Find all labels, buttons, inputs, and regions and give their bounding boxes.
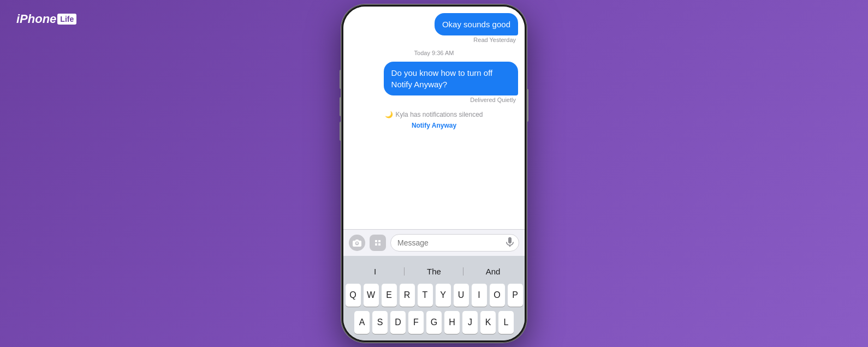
apps-button[interactable] bbox=[370, 235, 386, 251]
camera-button[interactable] bbox=[349, 235, 365, 251]
moon-icon: 🌙 bbox=[385, 111, 393, 118]
phone-mockup: Okay sounds good Read Yesterday Today 9:… bbox=[341, 4, 527, 343]
time-separator: Today 9:36 AM bbox=[350, 50, 518, 56]
message-status-old: Read Yesterday bbox=[473, 37, 518, 43]
suggestion-the[interactable]: The bbox=[405, 265, 463, 278]
message-bubble-old: Okay sounds good bbox=[435, 13, 518, 35]
key-a[interactable]: A bbox=[354, 311, 370, 334]
key-s[interactable]: S bbox=[372, 311, 388, 334]
message-input-wrapper bbox=[390, 234, 519, 252]
logo-iphone-text: iPhone bbox=[16, 12, 56, 26]
key-d[interactable]: D bbox=[390, 311, 406, 334]
messages-area: Okay sounds good Read Yesterday Today 9:… bbox=[343, 7, 525, 229]
suggestions-bar: I The And bbox=[346, 260, 522, 284]
message-input[interactable] bbox=[390, 234, 519, 252]
key-k[interactable]: K bbox=[480, 311, 496, 334]
message-input-bar bbox=[343, 229, 525, 256]
key-i[interactable]: I bbox=[472, 284, 487, 307]
delivered-status: Delivered Quietly bbox=[470, 97, 518, 103]
keyboard: I The And Q W E R T Y U I O P bbox=[343, 256, 525, 340]
key-o[interactable]: O bbox=[490, 284, 505, 307]
brand-logo: iPhone Life bbox=[16, 12, 76, 26]
key-g[interactable]: G bbox=[426, 311, 442, 334]
suggestion-and[interactable]: And bbox=[463, 265, 522, 278]
key-r[interactable]: R bbox=[400, 284, 415, 307]
key-t[interactable]: T bbox=[418, 284, 433, 307]
silenced-notice: 🌙 Kyla has notifications silenced bbox=[350, 111, 518, 118]
key-h[interactable]: H bbox=[444, 311, 460, 334]
key-j[interactable]: J bbox=[462, 311, 478, 334]
phone-frame: Okay sounds good Read Yesterday Today 9:… bbox=[341, 4, 527, 343]
key-y[interactable]: Y bbox=[436, 284, 451, 307]
message-bubble-new: Do you know how to turn off Notify Anywa… bbox=[384, 62, 518, 95]
keyboard-row-2: A S D F G H J K L bbox=[346, 311, 522, 334]
key-w[interactable]: W bbox=[364, 284, 379, 307]
logo-life-badge: Life bbox=[57, 14, 76, 25]
keyboard-row-1: Q W E R T Y U I O P bbox=[346, 284, 522, 307]
key-p[interactable]: P bbox=[508, 284, 523, 307]
notify-anyway-button[interactable]: Notify Anyway bbox=[350, 122, 518, 129]
suggestion-i[interactable]: I bbox=[346, 265, 405, 278]
key-q[interactable]: Q bbox=[346, 284, 361, 307]
mic-icon[interactable] bbox=[506, 237, 514, 249]
key-e[interactable]: E bbox=[382, 284, 397, 307]
key-f[interactable]: F bbox=[408, 311, 424, 334]
phone-screen: Okay sounds good Read Yesterday Today 9:… bbox=[343, 7, 525, 340]
key-l[interactable]: L bbox=[498, 311, 514, 334]
silenced-text: Kyla has notifications silenced bbox=[395, 111, 483, 118]
key-u[interactable]: U bbox=[454, 284, 469, 307]
